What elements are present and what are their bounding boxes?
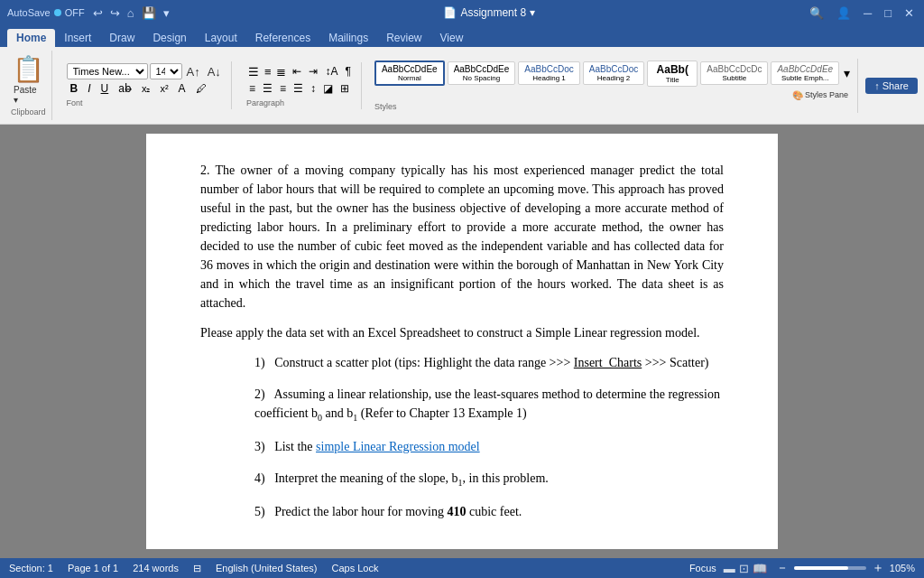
home-icon[interactable]: ⌂ xyxy=(125,5,137,22)
tab-layout[interactable]: Layout xyxy=(196,29,246,47)
style-subtitle[interactable]: AaBbCcDcDc Subtitle xyxy=(700,61,768,85)
italic-button[interactable]: I xyxy=(84,81,94,96)
share-icon: ↑ xyxy=(874,80,880,91)
tab-insert[interactable]: Insert xyxy=(55,29,100,47)
show-marks-button[interactable]: ¶ xyxy=(342,64,353,79)
style-heading2[interactable]: AaBbCcDoc Heading 2 xyxy=(583,61,644,85)
tab-draw[interactable]: Draw xyxy=(100,29,143,47)
text-color-button[interactable]: A xyxy=(175,81,189,96)
font-size-select[interactable]: 14 xyxy=(150,63,182,79)
autosave-dot xyxy=(54,9,61,16)
document-container: 2. The owner of a moving company typical… xyxy=(0,125,924,558)
font-name-select[interactable]: Times New... xyxy=(67,63,148,79)
style-subtle-emphasis[interactable]: AaBbCcDdEe Subtle Emph... xyxy=(771,61,839,85)
list-item-5: 5) Predict the labor hour for moving 410… xyxy=(254,502,724,521)
strikethrough-button[interactable]: ab̶ xyxy=(115,81,135,96)
borders-button[interactable]: ⊞ xyxy=(337,81,352,96)
share-button[interactable]: ↑ Share xyxy=(865,78,918,94)
styles-more-button[interactable]: ▾ xyxy=(842,66,852,80)
highlight-button[interactable]: 🖊 xyxy=(192,81,210,96)
increase-font-icon[interactable]: A↑ xyxy=(184,64,203,79)
list-item-1: 1) Construct a scatter plot (tips: Highl… xyxy=(254,353,724,372)
read-mode-icon[interactable]: 📖 xyxy=(753,562,767,575)
status-left: Section: 1 Page 1 of 1 214 words ⊟ Engli… xyxy=(9,563,378,574)
document-title: 📄 Assignment 8 ▾ xyxy=(443,6,535,19)
zoom-out-button[interactable]: － xyxy=(774,560,790,576)
print-layout-icon[interactable]: ▬ xyxy=(724,562,735,575)
line-spacing-button[interactable]: ↕ xyxy=(308,81,319,96)
title-bar-left: AutoSave OFF ↩ ↪ ⌂ 💾 ▾ xyxy=(7,5,172,22)
style-normal-label: Normal xyxy=(382,74,438,82)
style-title[interactable]: AaBb( Title xyxy=(647,61,698,87)
subscript-1: 1 xyxy=(353,413,357,423)
align-center-button[interactable]: ☰ xyxy=(260,81,275,96)
redo-icon[interactable]: ↪ xyxy=(107,5,123,22)
styles-pane-button[interactable]: 🎨 Styles Pane xyxy=(789,89,852,102)
save-icon[interactable]: 💾 xyxy=(139,5,159,22)
tab-home[interactable]: Home xyxy=(7,29,55,47)
minimize-icon[interactable]: ─ xyxy=(861,5,874,22)
style-subtitle-label: Subtitle xyxy=(707,74,762,82)
list-num-1: 1) xyxy=(254,356,272,369)
restore-icon[interactable]: □ xyxy=(882,5,894,22)
superscript-button[interactable]: x² xyxy=(156,82,171,95)
style-no-spacing-preview: AaBbCcDdEe xyxy=(454,64,510,74)
focus-button[interactable]: Focus xyxy=(689,563,716,573)
zoom-in-button[interactable]: ＋ xyxy=(870,560,886,576)
cubic-feet-value: 410 xyxy=(447,505,466,518)
tab-mailings[interactable]: Mailings xyxy=(319,29,377,47)
align-right-button[interactable]: ≡ xyxy=(277,81,289,96)
web-layout-icon[interactable]: ⊡ xyxy=(739,562,749,575)
search-icon[interactable]: 🔍 xyxy=(807,5,827,22)
document-page[interactable]: 2. The owner of a moving company typical… xyxy=(146,134,778,549)
task-list: 1) Construct a scatter plot (tips: Highl… xyxy=(236,353,724,521)
caps-lock-info: Caps Lock xyxy=(331,563,378,573)
increase-indent-button[interactable]: ⇥ xyxy=(306,64,320,79)
account-icon[interactable]: 👤 xyxy=(834,5,854,22)
more-icon[interactable]: ▾ xyxy=(161,5,172,22)
autosave-indicator[interactable]: AutoSave OFF xyxy=(7,7,85,18)
zoom-percent[interactable]: 105% xyxy=(890,563,915,573)
bold-button[interactable]: B xyxy=(67,81,82,96)
numbering-button[interactable]: ≡ xyxy=(263,64,273,79)
bullets-button[interactable]: ☰ xyxy=(246,64,261,79)
decrease-indent-button[interactable]: ⇤ xyxy=(290,64,304,79)
list-num-3: 3) xyxy=(254,440,272,453)
style-h2-label: Heading 2 xyxy=(589,74,638,82)
subscript-button[interactable]: x₂ xyxy=(138,82,154,96)
list-item-4: 4) Interpret the meaning of the slope, b… xyxy=(254,469,724,489)
style-heading1[interactable]: AaBbCcDoc Heading 1 xyxy=(518,61,579,85)
tab-view[interactable]: View xyxy=(431,29,473,47)
justify-button[interactable]: ☰ xyxy=(291,81,306,96)
tab-references[interactable]: References xyxy=(246,29,319,47)
styles-pane-label: Styles Pane xyxy=(805,90,848,99)
list-item-3: 3) List the simple Linear Regression mod… xyxy=(254,437,724,456)
clipboard-group: 📋 Paste ▾ Clipboard xyxy=(5,51,52,120)
accessibility-icon[interactable]: ⊟ xyxy=(193,563,201,574)
style-title-preview: AaBb( xyxy=(653,63,691,76)
quick-access-toolbar: ↩ ↪ ⌂ 💾 ▾ xyxy=(90,5,172,22)
title-text: Assignment 8 xyxy=(460,6,526,19)
paste-options: Paste ▾ xyxy=(11,84,46,106)
close-icon[interactable]: ✕ xyxy=(901,5,917,22)
multilevel-button[interactable]: ≣ xyxy=(274,64,288,79)
autosave-status: OFF xyxy=(65,7,85,18)
title-bar-right: 🔍 👤 ─ □ ✕ xyxy=(807,5,917,22)
title-bar: AutoSave OFF ↩ ↪ ⌂ 💾 ▾ 📄 Assignment 8 ▾ … xyxy=(0,0,924,25)
decrease-font-icon[interactable]: A↓ xyxy=(205,64,224,79)
tab-review[interactable]: Review xyxy=(377,29,430,47)
para-row2: ≡ ☰ ≡ ☰ ↕ ◪ ⊞ xyxy=(246,81,354,96)
shading-button[interactable]: ◪ xyxy=(320,81,336,96)
autosave-label: AutoSave xyxy=(7,7,51,18)
undo-icon[interactable]: ↩ xyxy=(90,5,106,22)
paste-dropdown[interactable]: Paste ▾ xyxy=(11,84,46,106)
sort-button[interactable]: ↕A xyxy=(322,64,340,79)
style-no-spacing[interactable]: AaBbCcDdEe No Spacing xyxy=(448,61,516,85)
underline-button[interactable]: U xyxy=(97,81,113,96)
list-num-4: 4) xyxy=(254,471,272,485)
share-label: Share xyxy=(882,80,909,91)
tab-design[interactable]: Design xyxy=(143,29,195,47)
style-normal[interactable]: AaBbCcDdEe Normal xyxy=(374,61,445,86)
align-left-button[interactable]: ≡ xyxy=(246,81,258,96)
paste-button[interactable]: 📋 xyxy=(13,54,44,84)
